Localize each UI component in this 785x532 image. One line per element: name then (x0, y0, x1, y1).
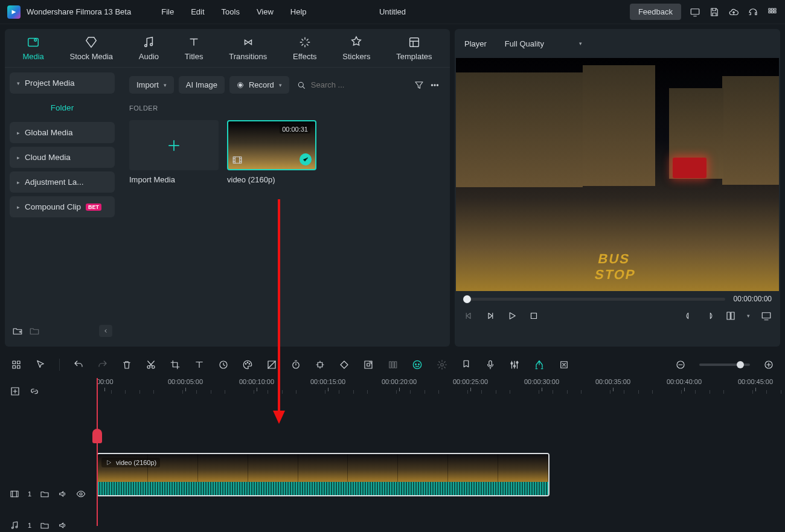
visibility-icon[interactable] (76, 489, 86, 499)
panel-tabs: Media Stock Media Audio Titles Transitio… (5, 29, 450, 68)
keyframe-add-icon[interactable] (315, 359, 325, 370)
play-icon[interactable] (507, 310, 517, 321)
ai-image-button[interactable]: AI Image (179, 76, 225, 94)
tab-transitions[interactable]: Transitions (229, 36, 267, 61)
feedback-button[interactable]: Feedback (630, 4, 681, 20)
record-dot-icon (237, 82, 244, 89)
link-icon[interactable] (29, 386, 40, 397)
green-screen-icon[interactable] (363, 359, 374, 370)
redo-icon[interactable] (97, 359, 108, 370)
keyframe-icon[interactable] (339, 359, 350, 370)
svg-rect-38 (395, 362, 397, 368)
new-folder-icon[interactable] (12, 325, 23, 336)
menu-file[interactable]: File (161, 7, 174, 16)
zoom-out-icon[interactable] (675, 359, 686, 370)
scrub-bar[interactable] (463, 298, 725, 301)
preview-viewport[interactable]: BUS STOP (456, 58, 779, 291)
zoom-handle[interactable] (737, 361, 744, 368)
zoom-in-icon[interactable] (763, 359, 774, 370)
timecode: 00:00:00:00 (734, 295, 772, 303)
tab-media[interactable]: Media (22, 36, 43, 61)
sidebar-item-global-media[interactable]: ▸Global Media (10, 122, 115, 143)
audio-mixer-icon[interactable] (509, 359, 520, 370)
apps-grid-icon[interactable] (767, 7, 778, 18)
ruler[interactable]: 00:0000:00:05:0000:00:10:0000:00:15:0000… (97, 378, 785, 397)
mark-out-icon[interactable] (705, 311, 714, 321)
cut-icon[interactable] (146, 359, 156, 370)
display-icon[interactable] (690, 7, 700, 18)
crop-icon[interactable] (170, 359, 181, 370)
prev-frame-icon[interactable] (463, 310, 474, 321)
quality-dropdown[interactable]: Full Quality▾ (498, 35, 589, 53)
media-sidebar: ▾Project Media Folder ▸Global Media ▸Clo… (5, 68, 120, 347)
svg-point-32 (249, 364, 250, 365)
sidebar-item-project-media[interactable]: ▾Project Media (10, 72, 115, 94)
sidebar-item-adjustment-layer[interactable]: ▸Adjustment La... (10, 171, 115, 193)
menu-help[interactable]: Help (290, 7, 307, 16)
stop-icon[interactable] (528, 310, 539, 321)
lock-icon[interactable] (40, 489, 50, 499)
menu-view[interactable]: View (257, 7, 274, 16)
sidebar-item-cloud-media[interactable]: ▸Cloud Media (10, 147, 115, 168)
audio-track-header[interactable]: 1 (0, 516, 97, 532)
svg-rect-11 (410, 37, 419, 46)
sidebar-item-folder[interactable]: Folder (10, 97, 115, 118)
playhead[interactable] (97, 378, 98, 526)
audio-lock-icon[interactable] (40, 521, 50, 530)
render-icon[interactable] (387, 359, 398, 370)
audio-mute-icon[interactable] (58, 521, 68, 530)
import-tile[interactable]: Import Media (129, 120, 219, 184)
media-clip-tile[interactable]: 00:00:31 video (2160p) (227, 120, 316, 184)
tab-effects[interactable]: Effects (293, 36, 317, 61)
pointer-icon[interactable] (35, 359, 46, 370)
next-frame-icon[interactable] (485, 310, 496, 321)
mark-in-icon[interactable] (684, 311, 694, 321)
import-dropdown[interactable]: Import▾ (129, 76, 174, 94)
scrub-handle[interactable] (463, 295, 471, 303)
tab-stock-media[interactable]: Stock Media (70, 36, 114, 61)
delete-icon[interactable] (121, 359, 132, 370)
ai-assist-icon[interactable] (411, 359, 423, 371)
headset-icon[interactable] (748, 7, 758, 18)
text-icon[interactable] (194, 359, 205, 370)
svg-rect-36 (389, 362, 391, 368)
svg-rect-26 (18, 366, 21, 369)
save-icon[interactable] (709, 7, 720, 18)
svg-rect-20 (727, 312, 730, 319)
tab-titles[interactable]: Titles (185, 36, 203, 61)
tab-templates[interactable]: Templates (396, 36, 432, 61)
record-dropdown[interactable]: Record▾ (229, 76, 289, 94)
cut-all-icon[interactable] (559, 359, 569, 370)
snapshot-icon[interactable] (725, 310, 736, 321)
tab-audio[interactable]: Audio (139, 36, 159, 61)
speed-icon[interactable] (218, 359, 229, 370)
tab-stickers[interactable]: Stickers (342, 36, 370, 61)
sidebar-item-compound-clip[interactable]: ▸Compound ClipBET (10, 196, 115, 217)
video-track-header[interactable]: 1 (0, 476, 97, 512)
autobeat-icon[interactable] (437, 359, 447, 370)
timeline-clip[interactable]: video (2160p) (97, 453, 550, 496)
adjust-icon[interactable] (266, 359, 277, 370)
cloud-icon[interactable] (728, 7, 739, 18)
fullscreen-icon[interactable] (761, 310, 772, 321)
color-icon[interactable] (242, 359, 253, 370)
layout-icon[interactable] (11, 359, 22, 370)
marker-icon[interactable] (461, 359, 472, 370)
zoom-slider[interactable] (699, 364, 750, 366)
main-menu: File Edit Tools View Help (161, 7, 306, 16)
svg-rect-5 (772, 11, 774, 13)
voiceover-icon[interactable] (485, 359, 496, 370)
filter-icon[interactable] (414, 80, 425, 91)
timeline-tracks[interactable]: 00:0000:00:05:0000:00:10:0000:00:15:0000… (97, 378, 785, 526)
menu-edit[interactable]: Edit (191, 7, 204, 16)
more-icon[interactable] (429, 80, 440, 91)
undo-icon[interactable] (73, 359, 84, 370)
timer-icon[interactable] (290, 359, 301, 370)
svg-point-14 (298, 82, 303, 87)
collapse-sidebar-button[interactable] (99, 325, 112, 337)
menu-tools[interactable]: Tools (222, 7, 240, 16)
search-input[interactable] (311, 80, 359, 89)
add-track-icon[interactable] (10, 386, 21, 397)
magnet-icon[interactable] (533, 359, 545, 371)
mute-icon[interactable] (58, 489, 68, 499)
